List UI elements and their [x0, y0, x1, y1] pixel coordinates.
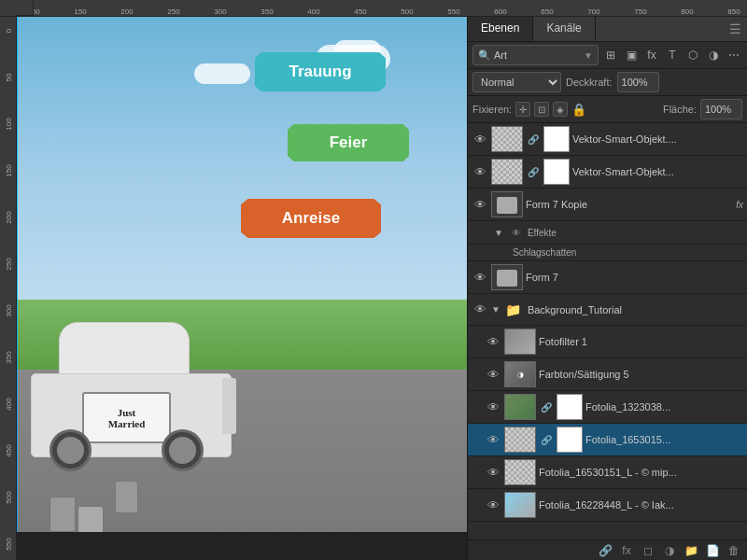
text-icon[interactable]: T: [664, 47, 681, 63]
ruler-left-tick: 300: [3, 302, 14, 319]
layer-name: Fotolia_1323038...: [585, 401, 743, 413]
ruler-left-tick: 100: [3, 116, 14, 133]
layer-thumbnail: [491, 191, 523, 217]
layer-item[interactable]: 👁◑Farbton/Sättigung 5: [468, 358, 747, 391]
layer-item[interactable]: 👁▼📁Background_Tutorial: [468, 294, 747, 326]
ruler-left-tick: 550: [3, 536, 14, 553]
visibility-icon[interactable]: 👁: [485, 464, 501, 481]
layer-kind-icon[interactable]: ⊞: [602, 47, 619, 63]
panel-menu-icon[interactable]: ☰: [724, 17, 747, 41]
layer-item[interactable]: 👁Form 7: [468, 261, 747, 294]
layer-item[interactable]: 👁🔗Vektor-Smart-Objekt....: [468, 123, 747, 156]
smart-icon[interactable]: ⬡: [684, 47, 701, 63]
ribbon-trauung[interactable]: Trauung: [255, 52, 386, 91]
lock-icon[interactable]: 🔒: [571, 103, 586, 117]
layer-item[interactable]: 👁Fotofilter 1: [468, 326, 747, 358]
pixel-icon[interactable]: ▣: [623, 47, 640, 63]
tab-ebenen[interactable]: Ebenen: [468, 17, 533, 41]
ruler-tick: 700: [587, 7, 599, 16]
search-input[interactable]: [494, 49, 582, 61]
ruler-tick: 250: [167, 7, 179, 16]
layer-name: Fotolia_16530151_L - © mip...: [539, 467, 743, 478]
ribbon-anreise[interactable]: Anreise: [241, 199, 381, 238]
search-dropdown-icon[interactable]: ▼: [584, 50, 593, 61]
visibility-icon[interactable]: 👁: [472, 269, 488, 286]
new-group-icon[interactable]: 📁: [683, 542, 699, 559]
layer-thumbnail: [504, 329, 536, 355]
visibility-icon[interactable]: 👁: [485, 497, 501, 513]
layer-item[interactable]: 👁Form 7 Kopiefx: [468, 189, 747, 221]
ruler-left-tick: 50: [3, 69, 14, 86]
tabs-row: Ebenen Kanäle ☰: [468, 17, 747, 42]
canvas-bottom-strip: [17, 532, 467, 560]
layer-thumbnail: [491, 264, 523, 290]
new-layer-icon[interactable]: 📄: [704, 542, 721, 559]
ribbon-feier[interactable]: Feier: [288, 124, 409, 161]
layer-fx-badge: fx: [736, 200, 743, 210]
ruler-top: 1001502002503003504004505005506006507007…: [0, 0, 747, 17]
layer-link-icon: 🔗: [541, 435, 552, 445]
visibility-icon[interactable]: 👁: [472, 163, 488, 180]
visibility-icon[interactable]: 👁: [472, 131, 488, 147]
ruler-left-tick: 150: [3, 162, 14, 179]
effects-arrow-icon[interactable]: ▼: [494, 228, 503, 238]
layers-list[interactable]: 👁🔗Vektor-Smart-Objekt....👁🔗Vektor-Smart-…: [468, 123, 747, 539]
ruler-tick: 300: [214, 7, 226, 16]
area-value[interactable]: 100%: [700, 99, 742, 119]
cans: [45, 497, 76, 532]
can-3: [115, 481, 138, 513]
layer-mask-thumbnail: [543, 159, 570, 185]
link-layers-icon[interactable]: 🔗: [597, 542, 613, 559]
visibility-icon[interactable]: 👁: [485, 366, 501, 383]
effect-name: Schlagschatten: [513, 247, 743, 258]
add-mask-icon[interactable]: ◻: [640, 542, 656, 559]
fix-pixel-icon[interactable]: ⊡: [534, 102, 549, 117]
layer-item[interactable]: Schlagschatten: [468, 245, 747, 261]
toolbar-row: 🔍 ▼ ⊞ ▣ fx T ⬡ ◑ ⋯: [468, 42, 747, 69]
canvas-area[interactable]: Just Married: [17, 17, 467, 560]
layer-mask-thumbnail: [543, 126, 570, 152]
opacity-label: Deckkraft:: [566, 77, 613, 88]
layer-link-icon: 🔗: [528, 134, 539, 145]
layer-item[interactable]: 👁🔗Fotolia_1323038...: [468, 391, 747, 424]
ruler-tick: 100: [34, 7, 40, 16]
adjust-icon[interactable]: ◑: [705, 47, 722, 63]
ruler-left: 050100150200250300350400450500550: [0, 17, 17, 560]
extra-icon[interactable]: ⋯: [726, 47, 742, 63]
ruler-tick: 350: [261, 7, 273, 16]
visibility-icon[interactable]: 👁: [485, 399, 501, 415]
layer-item[interactable]: 👁Fotolia_16228448_L - © Iak...: [468, 489, 747, 522]
fix-style-icon[interactable]: ◈: [553, 102, 568, 117]
delete-layer-icon[interactable]: 🗑: [726, 542, 742, 559]
adjustment-layer-icon[interactable]: ◑: [661, 542, 678, 559]
search-box[interactable]: 🔍 ▼: [472, 45, 599, 65]
layer-item[interactable]: 👁🔗Vektor-Smart-Objekt...: [468, 156, 747, 189]
ruler-tick: 500: [401, 7, 413, 16]
cloud-3: [194, 63, 250, 84]
folder-arrow-icon[interactable]: ▼: [491, 304, 500, 315]
layer-name: Form 7 Kopie: [526, 199, 730, 210]
ruler-tick: 150: [74, 7, 86, 16]
opacity-value[interactable]: 100%: [617, 72, 659, 92]
fix-position-icon[interactable]: ✛: [515, 102, 530, 117]
controls-row: Normal Multiplizieren Bildschirm Deckkra…: [468, 69, 747, 96]
layer-name: Vektor-Smart-Objekt....: [572, 133, 743, 145]
layer-item[interactable]: 👁🔗Fotolia_1653015...: [468, 424, 747, 456]
ruler-tick: 400: [307, 7, 319, 16]
fx-icon[interactable]: fx: [643, 47, 660, 63]
tab-kanaele[interactable]: Kanäle: [533, 17, 595, 41]
visibility-icon[interactable]: 👁: [472, 196, 488, 213]
blend-mode-dropdown[interactable]: Normal Multiplizieren Bildschirm: [472, 72, 561, 92]
visibility-icon[interactable]: 👁: [485, 333, 501, 350]
layer-item[interactable]: ▼👁Effekte: [468, 221, 747, 245]
visibility-icon[interactable]: 👁: [472, 301, 488, 318]
guide-line: [17, 17, 18, 560]
layer-name: Effekte: [528, 228, 743, 238]
content-area: 050100150200250300350400450500550 Jus: [0, 17, 747, 560]
layer-name: Fotolia_16228448_L - © Iak...: [539, 499, 743, 511]
ruler-left-tick: 500: [3, 489, 14, 506]
eye-icon[interactable]: 👁: [508, 224, 525, 241]
visibility-icon[interactable]: 👁: [485, 431, 501, 448]
layer-style-icon[interactable]: fx: [618, 542, 635, 559]
layer-item[interactable]: 👁Fotolia_16530151_L - © mip...: [468, 456, 747, 489]
